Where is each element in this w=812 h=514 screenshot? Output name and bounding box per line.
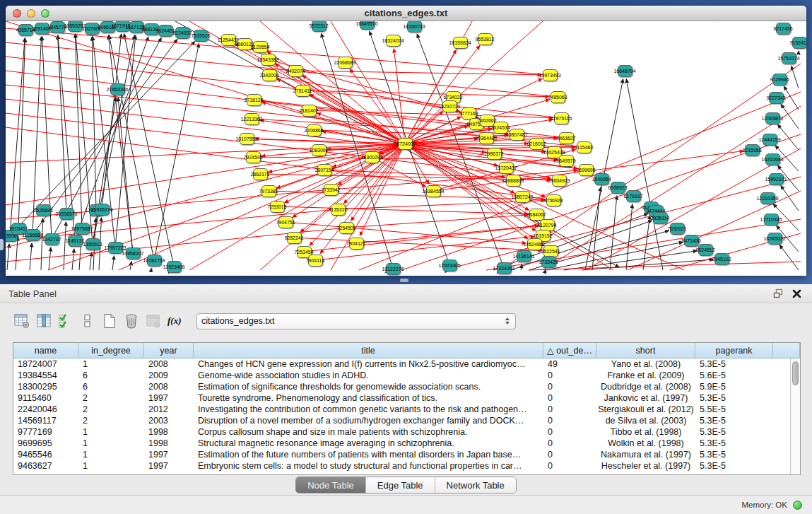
column-header-pagerank[interactable]: pagerank [695, 343, 773, 358]
cell-title[interactable]: Embryonic stem cells: a model to study s… [194, 460, 543, 472]
network-view-window[interactable]: citations_edges.txt 18724007112544398660… [6, 6, 806, 276]
cell-name[interactable]: 22420046 [13, 404, 78, 415]
network-node[interactable]: 10973493 [543, 69, 558, 81]
cell-short[interactable]: Tibbo et al. (1998) [596, 426, 695, 438]
network-node[interactable]: 9684067 [529, 209, 544, 221]
network-node[interactable]: 15935274 [95, 204, 110, 216]
cell-year[interactable]: 1997 [144, 449, 194, 460]
cell-name[interactable]: 9465546 [13, 449, 78, 460]
network-node[interactable]: 18807249 [515, 191, 530, 203]
network-node[interactable]: 12975115 [554, 112, 569, 124]
network-node[interactable]: 9553812 [478, 33, 493, 45]
cell-year[interactable]: 1998 [144, 426, 194, 438]
cell-in_degree[interactable]: 2 [78, 415, 144, 426]
cell-in_degree[interactable]: 6 [78, 381, 144, 392]
cell-name[interactable]: 9463627 [13, 460, 78, 472]
network-node[interactable]: 18150743 [407, 21, 422, 33]
cell-title[interactable]: Corpus callosum shape and size in male p… [194, 426, 543, 438]
select-columns-icon[interactable] [57, 312, 75, 330]
network-node[interactable]: 8660128 [237, 38, 252, 50]
network-node[interactable]: 2945102 [714, 253, 729, 265]
network-node[interactable]: 20206576 [59, 208, 74, 220]
cell-title[interactable]: Estimation of the future numbers of pati… [194, 449, 543, 460]
cell-out_degree[interactable]: 0 [543, 381, 596, 392]
network-node[interactable]: 1640954 [594, 173, 609, 185]
network-node[interactable]: 1733426 [541, 256, 556, 268]
column-header-out_degree[interactable]: △ out_de… [543, 343, 596, 358]
network-node[interactable]: 2751411 [295, 85, 310, 97]
column-header-in_degree[interactable]: in_degree [78, 343, 144, 358]
cell-year[interactable]: 2008 [144, 358, 194, 370]
network-node[interactable]: 21953346 [110, 83, 125, 95]
network-node[interactable]: 10958107 [126, 247, 141, 259]
tab-node-table[interactable]: Node Table [296, 477, 366, 493]
cell-pagerank[interactable]: 5.6E-5 [695, 370, 773, 381]
panel-splitter-handle[interactable] [400, 279, 408, 282]
cell-title[interactable]: Investigating the contribution of common… [194, 404, 543, 415]
network-node[interactable]: 8215958 [745, 144, 760, 156]
network-node[interactable]: 7924545 [246, 151, 261, 163]
cell-out_degree[interactable]: 0 [543, 438, 596, 449]
close-panel-icon[interactable] [789, 287, 804, 300]
network-node[interactable]: 9129946 [772, 74, 787, 86]
cell-short[interactable]: Hescheler et al. (1997) [596, 460, 695, 472]
network-node[interactable]: 18245022 [767, 233, 782, 245]
table-row[interactable]: 969969511998Structural magnetic resonanc… [13, 438, 800, 449]
network-node[interactable]: 2342004 [262, 69, 277, 81]
network-node[interactable]: 2862171 [253, 168, 268, 180]
column-header-short[interactable]: short [596, 343, 695, 358]
network-node[interactable]: 18724007 [398, 138, 413, 150]
network-node[interactable]: 2691406 [35, 23, 49, 35]
column-header-name[interactable]: name [13, 343, 78, 358]
float-panel-icon[interactable] [771, 287, 785, 300]
network-node[interactable]: 17957223 [108, 242, 123, 254]
cell-year[interactable]: 1997 [144, 392, 194, 404]
table-row[interactable]: 946362711997Embryonic stem cells: a mode… [13, 460, 800, 472]
network-node[interactable]: 7254501 [339, 222, 354, 234]
network-node[interactable]: 12213363 [245, 113, 259, 125]
network-node[interactable]: 1350513 [86, 238, 100, 250]
network-node[interactable]: 10653267 [68, 21, 83, 32]
network-node[interactable]: 2402074 [288, 65, 303, 77]
network-node[interactable]: 10688809 [506, 175, 521, 187]
network-node[interactable]: 8217436 [776, 23, 791, 35]
table-row[interactable]: 946554611997Estimation of the future num… [13, 449, 800, 460]
network-node[interactable]: 8471456 [684, 235, 699, 247]
network-node[interactable]: 18300295 [365, 151, 379, 163]
cell-in_degree[interactable]: 1 [78, 460, 144, 472]
cell-year[interactable]: 1997 [144, 460, 194, 472]
network-node[interactable]: 22068689 [338, 57, 353, 69]
cell-pagerank[interactable]: 5.9E-5 [695, 381, 773, 392]
network-node[interactable]: 9777169 [461, 107, 476, 119]
network-node[interactable]: 16210721 [442, 100, 457, 112]
tab-edge-table[interactable]: Edge Table [366, 477, 435, 493]
network-node[interactable]: 12444159 [763, 134, 777, 146]
network-node[interactable]: 2526695 [36, 204, 51, 216]
table-settings-icon[interactable] [13, 312, 31, 330]
network-node[interactable]: 9699695 [579, 164, 594, 176]
network-canvas[interactable]: 1872400711254439866012891295541654338823… [6, 21, 806, 276]
network-node[interactable]: 1342737 [45, 233, 59, 245]
network-node[interactable]: 15751074 [782, 52, 796, 64]
network-node[interactable]: 15992971 [769, 173, 784, 185]
cell-pagerank[interactable]: 5.3E-5 [695, 438, 773, 449]
cell-in_degree[interactable]: 6 [78, 370, 144, 381]
cell-title[interactable]: Disruption of a novel member of a sodium… [194, 415, 543, 426]
cell-pagerank[interactable]: 5.3E-5 [695, 392, 773, 404]
network-node[interactable]: 16782759 [147, 255, 162, 267]
network-node[interactable]: 7485063 [551, 91, 565, 103]
cell-year[interactable]: 2003 [144, 415, 194, 426]
cell-pagerank[interactable]: 5.5E-5 [695, 404, 773, 415]
cell-short[interactable]: Franke et al. (2009) [596, 370, 695, 381]
cell-name[interactable]: 9777169 [13, 426, 78, 438]
network-node[interactable]: 14136141 [517, 250, 531, 262]
network-node[interactable]: 2181407 [302, 105, 317, 117]
cell-out_degree[interactable]: 0 [543, 415, 596, 426]
table-vertical-scrollbar[interactable] [790, 358, 800, 474]
cell-name[interactable]: 19384554 [13, 370, 78, 381]
network-node[interactable]: 15720437 [499, 162, 514, 174]
network-window-titlebar[interactable]: citations_edges.txt [6, 6, 806, 21]
cell-name[interactable]: 9699695 [13, 438, 78, 449]
network-node[interactable]: 18324074 [386, 35, 401, 47]
network-node[interactable]: 7904114 [308, 255, 323, 267]
